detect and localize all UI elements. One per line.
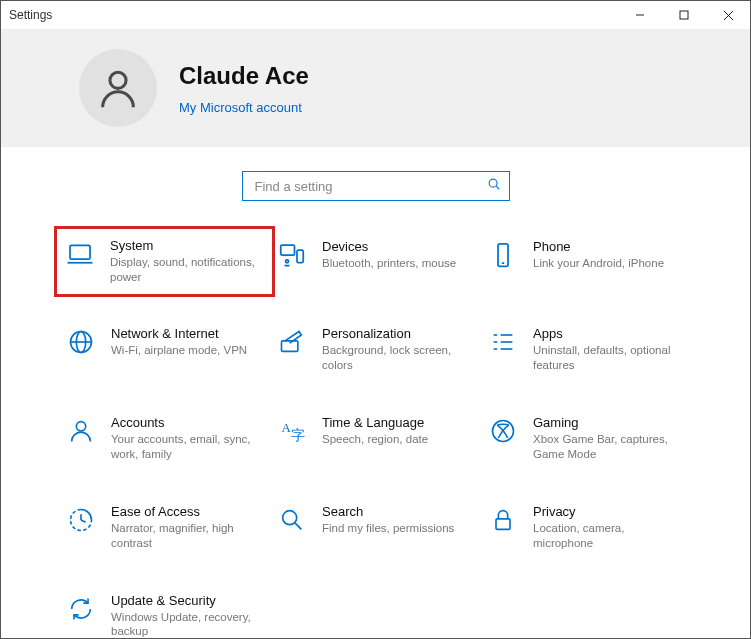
tile-apps[interactable]: Apps Uninstall, defaults, optional featu… bbox=[483, 320, 690, 379]
svg-rect-7 bbox=[70, 245, 90, 259]
tile-ease-of-access[interactable]: Ease of Access Narrator, magnifier, high… bbox=[61, 498, 268, 557]
tile-desc: Your accounts, email, sync, work, family bbox=[111, 432, 258, 462]
tile-gaming[interactable]: Gaming Xbox Game Bar, captures, Game Mod… bbox=[483, 409, 690, 468]
tile-desc: Location, camera, microphone bbox=[533, 521, 680, 551]
language-icon: A字 bbox=[276, 415, 308, 447]
tile-title: Time & Language bbox=[322, 415, 428, 430]
magnifier-icon bbox=[276, 504, 308, 536]
search-icon bbox=[487, 177, 501, 195]
window-controls bbox=[618, 1, 750, 29]
svg-rect-1 bbox=[680, 11, 688, 19]
xbox-icon bbox=[487, 415, 519, 447]
tile-title: Ease of Access bbox=[111, 504, 258, 519]
tile-update-security[interactable]: Update & Security Windows Update, recove… bbox=[61, 587, 268, 640]
tile-desc: Windows Update, recovery, backup bbox=[111, 610, 258, 640]
tile-desc: Background, lock screen, colors bbox=[322, 343, 469, 373]
profile-header: Claude Ace My Microsoft account bbox=[1, 29, 750, 147]
close-button[interactable] bbox=[706, 1, 750, 29]
minimize-button[interactable] bbox=[618, 1, 662, 29]
tile-desc: Find my files, permissions bbox=[322, 521, 454, 536]
tile-desc: Uninstall, defaults, optional features bbox=[533, 343, 680, 373]
tile-title: Privacy bbox=[533, 504, 680, 519]
maximize-button[interactable] bbox=[662, 1, 706, 29]
svg-line-32 bbox=[295, 523, 301, 529]
svg-text:字: 字 bbox=[291, 428, 305, 443]
laptop-icon bbox=[64, 238, 96, 270]
tile-title: Accounts bbox=[111, 415, 258, 430]
tile-accounts[interactable]: Accounts Your accounts, email, sync, wor… bbox=[61, 409, 268, 468]
globe-icon bbox=[65, 326, 97, 358]
search-input[interactable] bbox=[253, 178, 487, 195]
window-title: Settings bbox=[9, 8, 52, 22]
tile-desc: Wi-Fi, airplane mode, VPN bbox=[111, 343, 247, 358]
svg-rect-9 bbox=[281, 245, 295, 255]
devices-icon bbox=[276, 239, 308, 271]
tile-desc: Xbox Game Bar, captures, Game Mode bbox=[533, 432, 680, 462]
svg-point-25 bbox=[76, 421, 85, 430]
tile-privacy[interactable]: Privacy Location, camera, microphone bbox=[483, 498, 690, 557]
tile-devices[interactable]: Devices Bluetooth, printers, mouse bbox=[272, 233, 479, 290]
svg-point-4 bbox=[110, 72, 126, 88]
tile-search[interactable]: Search Find my files, permissions bbox=[272, 498, 479, 557]
tile-title: Apps bbox=[533, 326, 680, 341]
svg-rect-10 bbox=[297, 250, 303, 263]
microsoft-account-link[interactable]: My Microsoft account bbox=[179, 100, 309, 115]
lock-icon bbox=[487, 504, 519, 536]
tile-title: Phone bbox=[533, 239, 664, 254]
apps-icon bbox=[487, 326, 519, 358]
tile-desc: Speech, region, date bbox=[322, 432, 428, 447]
tile-title: Devices bbox=[322, 239, 456, 254]
person-icon bbox=[65, 415, 97, 447]
phone-icon bbox=[487, 239, 519, 271]
accessibility-icon bbox=[65, 504, 97, 536]
tile-title: Search bbox=[322, 504, 454, 519]
tile-time-language[interactable]: A字 Time & Language Speech, region, date bbox=[272, 409, 479, 468]
tile-title: Personalization bbox=[322, 326, 469, 341]
tile-system[interactable]: System Display, sound, notifications, po… bbox=[54, 226, 275, 297]
search-box[interactable] bbox=[242, 171, 510, 201]
tile-title: Network & Internet bbox=[111, 326, 247, 341]
tile-title: Gaming bbox=[533, 415, 680, 430]
tile-desc: Link your Android, iPhone bbox=[533, 256, 664, 271]
title-bar: Settings bbox=[1, 1, 750, 29]
tile-desc: Bluetooth, printers, mouse bbox=[322, 256, 456, 271]
tile-network[interactable]: Network & Internet Wi-Fi, airplane mode,… bbox=[61, 320, 268, 379]
tile-desc: Display, sound, notifications, power bbox=[110, 255, 259, 285]
svg-line-30 bbox=[81, 520, 86, 522]
svg-point-31 bbox=[283, 510, 297, 524]
tile-title: Update & Security bbox=[111, 593, 258, 608]
avatar bbox=[79, 49, 157, 127]
user-display-name: Claude Ace bbox=[179, 62, 309, 90]
tile-phone[interactable]: Phone Link your Android, iPhone bbox=[483, 233, 690, 290]
tile-title: System bbox=[110, 238, 259, 253]
svg-line-6 bbox=[496, 186, 499, 189]
sync-icon bbox=[65, 593, 97, 625]
settings-grid: System Display, sound, notifications, po… bbox=[61, 233, 690, 639]
svg-rect-33 bbox=[496, 518, 510, 529]
tile-desc: Narrator, magnifier, high contrast bbox=[111, 521, 258, 551]
tile-personalization[interactable]: Personalization Background, lock screen,… bbox=[272, 320, 479, 379]
paint-icon bbox=[276, 326, 308, 358]
svg-point-11 bbox=[286, 260, 289, 263]
svg-point-5 bbox=[489, 179, 497, 187]
